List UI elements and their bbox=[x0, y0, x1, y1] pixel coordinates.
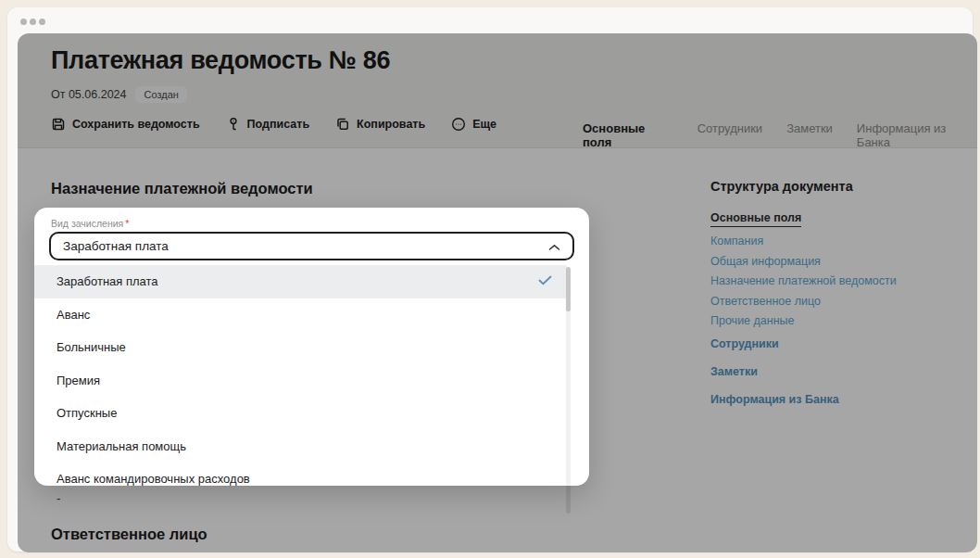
option-salary[interactable]: Заработная плата bbox=[34, 265, 567, 298]
option-vacation-pay[interactable]: Отпускные bbox=[34, 397, 589, 430]
option-label: Аванс bbox=[57, 308, 90, 322]
field-label-text: Вид зачисления bbox=[51, 218, 123, 229]
required-marker: * bbox=[125, 218, 129, 229]
window-close-button[interactable] bbox=[20, 19, 27, 25]
chevron-up-icon bbox=[548, 238, 560, 255]
dropdown-scrollbar-thumb[interactable] bbox=[566, 267, 571, 311]
option-label: Заработная плата bbox=[57, 274, 158, 288]
option-sick-pay[interactable]: Больничные bbox=[34, 331, 589, 364]
window-controls bbox=[20, 19, 45, 25]
option-label: Аванс командировочных расходов bbox=[57, 472, 250, 486]
option-label: Материальная помощь bbox=[57, 439, 186, 453]
field-label: Вид зачисления* bbox=[51, 218, 129, 229]
dropdown-option-list: Заработная плата Аванс Больничные Премия… bbox=[34, 265, 589, 486]
window-minimize-button[interactable] bbox=[30, 19, 36, 25]
option-label: Отпускные bbox=[57, 406, 117, 420]
option-label: Премия bbox=[57, 374, 100, 387]
option-bonus[interactable]: Премия bbox=[34, 364, 589, 398]
checkmark-icon bbox=[538, 274, 552, 288]
select-value: Заработная плата bbox=[63, 239, 169, 253]
dropdown-popup-card: Вид зачисления* Заработная плата Заработ… bbox=[34, 208, 589, 486]
option-label: Больничные bbox=[57, 340, 126, 354]
window-maximize-button[interactable] bbox=[39, 19, 45, 25]
option-travel-advance[interactable]: Аванс командировочных расходов bbox=[34, 463, 589, 486]
option-financial-aid[interactable]: Материальная помощь bbox=[34, 430, 589, 463]
browser-window: Платежная ведомость № 86 От 05.06.2024 С… bbox=[7, 7, 973, 552]
page-viewport: Платежная ведомость № 86 От 05.06.2024 С… bbox=[18, 33, 977, 552]
accrual-type-select[interactable]: Заработная плата bbox=[49, 232, 574, 260]
option-advance[interactable]: Аванс bbox=[34, 298, 589, 332]
